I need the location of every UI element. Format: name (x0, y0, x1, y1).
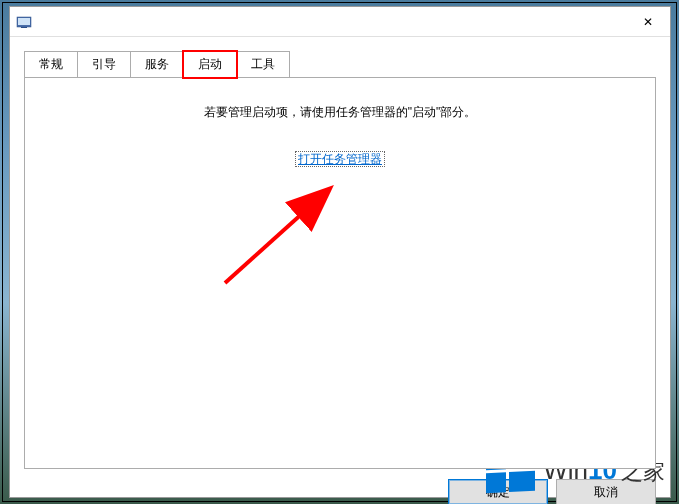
tab-startup[interactable]: 启动 (183, 51, 237, 78)
svg-rect-2 (21, 27, 27, 28)
msconfig-window: ✕ 常规 引导 服务 启动 工具 若要管理启动项，请使用任务管理器的"启动"部分… (9, 6, 671, 498)
tab-general[interactable]: 常规 (24, 51, 78, 77)
content-area: 常规 引导 服务 启动 工具 若要管理启动项，请使用任务管理器的"启动"部分。 … (10, 37, 670, 469)
tab-boot[interactable]: 引导 (77, 51, 131, 77)
annotation-arrow-icon (215, 183, 365, 293)
close-icon: ✕ (643, 15, 653, 29)
svg-rect-1 (18, 18, 30, 25)
button-row: 确定 取消 (10, 469, 670, 504)
cancel-button[interactable]: 取消 (556, 479, 656, 504)
instruction-text: 若要管理启动项，请使用任务管理器的"启动"部分。 (25, 104, 655, 121)
tab-tools[interactable]: 工具 (236, 51, 290, 77)
app-icon (16, 14, 32, 30)
ok-button[interactable]: 确定 (448, 479, 548, 504)
open-task-manager-link[interactable]: 打开任务管理器 (295, 151, 385, 167)
close-button[interactable]: ✕ (626, 7, 670, 37)
tab-strip: 常规 引导 服务 启动 工具 (24, 51, 656, 77)
title-left (16, 14, 32, 30)
svg-line-4 (225, 193, 325, 283)
tab-services[interactable]: 服务 (130, 51, 184, 77)
tab-panel: 若要管理启动项，请使用任务管理器的"启动"部分。 打开任务管理器 (24, 77, 656, 469)
titlebar: ✕ (10, 7, 670, 37)
link-wrap: 打开任务管理器 (25, 151, 655, 168)
